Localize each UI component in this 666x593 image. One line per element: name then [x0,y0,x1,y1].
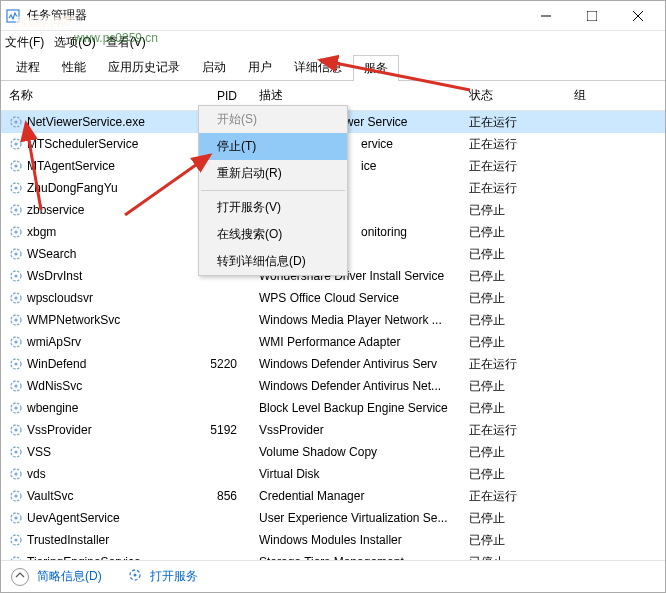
svg-point-45 [11,557,21,560]
gear-icon [9,291,23,305]
gear-icon [9,489,23,503]
gear-icon [9,357,23,371]
svg-point-40 [14,494,17,497]
table-row[interactable]: WMPNetworkSvcWindows Media Player Networ… [1,309,665,331]
svg-point-32 [14,406,17,409]
gear-icon [9,445,23,459]
gear-icon [9,225,23,239]
table-row[interactable]: vdsVirtual Disk已停止 [1,463,665,485]
close-icon [633,11,643,21]
svg-rect-2 [587,11,597,21]
table-row[interactable]: wbengineBlock Level Backup Engine Servic… [1,397,665,419]
gear-icon [9,467,23,481]
gear-icon [9,181,23,195]
tab-3[interactable]: 启动 [191,54,237,80]
context-menu: 开始(S) 停止(T) 重新启动(R) 打开服务(V) 在线搜索(O) 转到详细… [198,105,348,276]
minimize-icon [541,11,551,21]
gear-icon [9,555,23,560]
svg-point-18 [14,252,17,255]
menu-item-stop[interactable]: 停止(T) [199,133,347,160]
table-row[interactable]: TioringEngineServiceStorage Tiers Manage… [1,551,665,560]
window-title: 任务管理器 [27,7,523,24]
menu-separator [201,190,345,191]
tab-5[interactable]: 详细信息 [283,54,353,80]
svg-point-12 [14,186,17,189]
menu-item-goto-details[interactable]: 转到详细信息(D) [199,248,347,275]
app-icon [5,8,21,24]
services-table-wrap[interactable]: 名称 PID 描述 状态 组 NetViewerService.exe7356A… [1,81,665,560]
svg-point-20 [14,274,17,277]
task-manager-window: 任务管理器 文件(F) 选项(O) 查看(V) 进程性能应用历史记录启动用户详细… [0,0,666,593]
table-row[interactable]: VaultSvc856Credential Manager正在运行 [1,485,665,507]
svg-point-48 [133,574,136,577]
gear-icon [9,379,23,393]
svg-point-14 [14,208,17,211]
gear-icon [9,335,23,349]
open-services-link[interactable]: 打开服务 [150,568,198,585]
col-header-name[interactable]: 名称 [1,81,196,111]
col-header-group[interactable]: 组 [566,81,665,111]
gear-icon [9,401,23,415]
svg-point-28 [14,362,17,365]
menu-view[interactable]: 查看(V) [106,34,146,51]
gear-icon [9,115,23,129]
gear-icon [9,203,23,217]
svg-point-36 [14,450,17,453]
tab-1[interactable]: 性能 [51,54,97,80]
tab-2[interactable]: 应用历史记录 [97,54,191,80]
menubar: 文件(F) 选项(O) 查看(V) [1,31,665,53]
minimize-button[interactable] [523,1,569,31]
menu-item-start: 开始(S) [199,106,347,133]
gear-icon [9,511,23,525]
svg-point-44 [14,538,17,541]
table-row[interactable]: VSSVolume Shadow Copy已停止 [1,441,665,463]
gear-icon [9,269,23,283]
col-header-status[interactable]: 状态 [461,81,566,111]
table-row[interactable]: UevAgentServiceUser Experience Virtualiz… [1,507,665,529]
svg-point-16 [14,230,17,233]
table-row[interactable]: wmiApSrvWMI Performance Adapter已停止 [1,331,665,353]
chevron-down-icon [15,572,25,582]
svg-point-42 [14,516,17,519]
svg-point-24 [14,318,17,321]
statusbar: 简略信息(D) 打开服务 [1,560,665,592]
tab-4[interactable]: 用户 [237,54,283,80]
svg-point-8 [14,142,17,145]
menu-file[interactable]: 文件(F) [5,34,44,51]
gear-icon [9,137,23,151]
menu-item-restart[interactable]: 重新启动(R) [199,160,347,187]
table-row[interactable]: TrustedInstallerWindows Modules Installe… [1,529,665,551]
table-row[interactable]: VssProvider5192VssProvider正在运行 [1,419,665,441]
svg-point-22 [14,296,17,299]
gear-icon [9,533,23,547]
table-row[interactable]: WdNisSvcWindows Defender Antivirus Net..… [1,375,665,397]
tab-0[interactable]: 进程 [5,54,51,80]
maximize-icon [587,11,597,21]
fewer-details-link[interactable]: 简略信息(D) [37,568,102,585]
fewer-details-toggle[interactable] [11,568,29,586]
table-row[interactable]: wpscloudsvrWPS Office Cloud Service已停止 [1,287,665,309]
tab-strip: 进程性能应用历史记录启动用户详细信息服务 [1,53,665,81]
svg-point-38 [14,472,17,475]
table-row[interactable]: WinDefend5220Windows Defender Antivirus … [1,353,665,375]
svg-point-26 [14,340,17,343]
titlebar: 任务管理器 [1,1,665,31]
svg-point-30 [14,384,17,387]
close-button[interactable] [615,1,661,31]
gear-icon [9,423,23,437]
menu-item-search-online[interactable]: 在线搜索(O) [199,221,347,248]
gear-icon [9,159,23,173]
menu-options[interactable]: 选项(O) [54,34,95,51]
gear-icon [9,247,23,261]
menu-item-open-services[interactable]: 打开服务(V) [199,194,347,221]
services-link-icon [128,568,142,585]
svg-point-34 [14,428,17,431]
svg-point-10 [14,164,17,167]
maximize-button[interactable] [569,1,615,31]
gear-icon [9,313,23,327]
svg-point-6 [14,120,17,123]
tab-6[interactable]: 服务 [353,55,399,81]
